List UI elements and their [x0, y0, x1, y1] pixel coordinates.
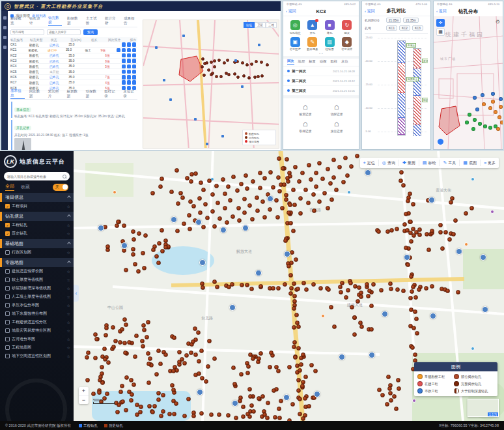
favorite-star-icon[interactable]: ☆: [67, 278, 70, 282]
borehole-dot[interactable]: [215, 285, 219, 289]
borehole-dot[interactable]: [268, 170, 273, 175]
borehole-dot[interactable]: [211, 72, 214, 75]
app-shortcut[interactable]: ↻回次: [339, 20, 356, 35]
borehole-dot[interactable]: [124, 268, 128, 272]
borehole-dot[interactable]: [251, 409, 256, 414]
layer-checkbox[interactable]: ✓: [5, 231, 10, 236]
layer-item[interactable]: 地质灾害易发性分区图☆: [0, 326, 74, 335]
drill-rig-photo[interactable]: [14, 138, 31, 150]
round-tab[interactable]: 取样: [330, 59, 337, 64]
borehole-dot[interactable]: [291, 188, 296, 192]
borehole-dot[interactable]: [283, 238, 288, 243]
project-marker[interactable]: [232, 400, 238, 407]
row-action-button[interactable]: [127, 48, 132, 53]
desktop-tab[interactable]: 成果报告: [124, 16, 137, 26]
borehole-dot[interactable]: [137, 231, 141, 236]
borehole-dot[interactable]: [187, 213, 191, 218]
poi-icon[interactable]: [471, 177, 475, 181]
borehole-dot[interactable]: [199, 180, 203, 185]
rail-project-icon[interactable]: [3, 26, 7, 29]
main-map[interactable]: 解放大道建设大道香港路台北路黄浦大街中山公园 ⌖定位◎查询✚量测▤标绘✎工具▦底…: [74, 151, 504, 421]
layer-checkbox[interactable]: [5, 250, 10, 255]
record-shortcut[interactable]: ⌂水位记录: [321, 119, 352, 133]
borehole-dot[interactable]: [401, 183, 406, 188]
borehole-dot[interactable]: [317, 161, 322, 165]
borehole-dot[interactable]: [314, 171, 318, 175]
borehole-dot[interactable]: [141, 251, 145, 255]
borehole-dot[interactable]: [402, 222, 407, 227]
borehole-dot[interactable]: [217, 412, 221, 417]
borehole-dot[interactable]: [213, 59, 216, 63]
borehole-dot[interactable]: [306, 201, 311, 205]
borehole-dot[interactable]: [132, 382, 136, 387]
row-action-button[interactable]: [122, 53, 126, 58]
layer-checkbox[interactable]: [5, 286, 10, 291]
sidebar-collapse-handle[interactable]: ‹: [74, 285, 79, 302]
borehole-dot[interactable]: [394, 407, 399, 411]
basemap-day-toggle[interactable]: 天: [53, 184, 68, 191]
survey-dot[interactable]: [499, 105, 503, 109]
app-shortcut[interactable]: ▲开孔: [305, 20, 321, 35]
borehole-dot[interactable]: [244, 173, 248, 178]
borehole-dot[interactable]: [163, 245, 168, 250]
borehole-dot[interactable]: [217, 216, 222, 221]
keyword-input[interactable]: [47, 29, 81, 35]
borehole-dot[interactable]: [404, 212, 408, 216]
borehole-dot[interactable]: [280, 206, 285, 210]
borehole-dot[interactable]: [226, 59, 229, 62]
borehole-dot[interactable]: [380, 393, 385, 397]
project-marker[interactable]: [456, 248, 462, 255]
borehole-dot[interactable]: [135, 403, 139, 407]
borehole-dot[interactable]: [303, 188, 308, 192]
borehole-dot[interactable]: [120, 384, 124, 388]
row-action-button[interactable]: [132, 59, 137, 63]
borehole-dot[interactable]: [292, 281, 296, 286]
table-row[interactable]: KC1勘察孔进行中35.0张工9张: [10, 48, 137, 53]
borehole-dot[interactable]: [293, 165, 298, 169]
borehole-dot[interactable]: [366, 294, 371, 298]
borehole-dot[interactable]: [258, 171, 262, 175]
borehole-dot[interactable]: [413, 295, 418, 300]
borehole-dot[interactable]: [285, 157, 289, 162]
borehole-dot[interactable]: [197, 196, 202, 201]
borehole-dot[interactable]: [142, 266, 147, 270]
borehole-dot[interactable]: [301, 416, 305, 421]
app-shortcut[interactable]: ■终孔: [322, 20, 338, 35]
borehole-comparison-chart[interactable]: -25.00-20.00-15.00-10.00-5.00杂填土粉质黏土淤泥质土…: [365, 33, 428, 136]
borehole-dot[interactable]: [338, 285, 343, 289]
tab-favorites[interactable]: 收藏: [21, 184, 30, 191]
table-row[interactable]: KC6勘察孔已终孔35.07张: [10, 75, 137, 80]
borehole-dot[interactable]: [246, 364, 251, 369]
borehole-dot[interactable]: [414, 317, 419, 321]
borehole-dot[interactable]: [130, 392, 134, 397]
borehole-dot[interactable]: [287, 171, 292, 175]
row-action-button[interactable]: [132, 53, 137, 58]
borehole-dot[interactable]: [234, 416, 238, 420]
borehole-dot[interactable]: [260, 61, 263, 64]
row-action-button[interactable]: [127, 42, 132, 47]
basemap-toggle[interactable]: 街道卫星三维: [244, 22, 277, 28]
table-row[interactable]: KC5勘察孔未开始35.0: [10, 69, 137, 74]
borehole-dot[interactable]: [449, 200, 453, 205]
layer-item[interactable]: 人工填土厚度等值线图☆: [0, 293, 74, 301]
desktop-tab[interactable]: 土工试验: [86, 16, 100, 26]
borehole-dot[interactable]: [223, 206, 227, 210]
project-marker[interactable]: [171, 216, 177, 223]
zoom-out-button[interactable]: −: [79, 395, 89, 404]
toolbar-button[interactable]: ▤标绘: [419, 160, 440, 166]
search-icon[interactable]: [63, 175, 66, 179]
project-marker[interactable]: [339, 354, 345, 360]
borehole-dot[interactable]: [352, 315, 357, 320]
borehole-dot[interactable]: [242, 210, 247, 215]
borehole-dot[interactable]: [189, 179, 193, 184]
borehole-dot[interactable]: [296, 287, 300, 291]
borehole-dot[interactable]: [189, 351, 193, 355]
record-shortcut[interactable]: ⌂取样记录: [290, 119, 321, 133]
row-action-button[interactable]: [122, 80, 126, 85]
borehole-dot[interactable]: [388, 391, 393, 395]
row-action-button[interactable]: [127, 80, 132, 85]
detail-tab[interactable]: 水位记录: [123, 89, 137, 99]
borehole-dot[interactable]: [213, 65, 216, 68]
borehole-dot[interactable]: [287, 264, 291, 268]
borehole-dot[interactable]: [226, 184, 231, 189]
